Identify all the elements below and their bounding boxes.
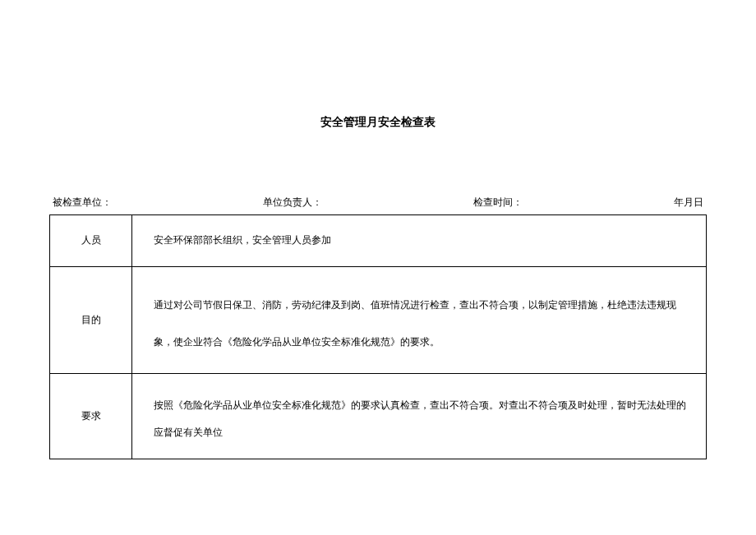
page-title: 安全管理月安全检查表 xyxy=(49,115,707,130)
responsible-label: 单位负责人： xyxy=(263,196,322,210)
row-label-requirement: 要求 xyxy=(50,373,132,459)
table-row: 目的 通过对公司节假日保卫、消防，劳动纪律及到岗、值班情况进行检查，查出不符合项… xyxy=(50,266,707,373)
unit-label: 被检查单位： xyxy=(53,196,112,210)
row-content-requirement: 按照《危险化学品从业单位安全标准化规范》的要求认真检查，查出不符合项。对查出不符… xyxy=(132,373,707,459)
date-label: 年月日 xyxy=(674,196,703,210)
header-line: 被检查单位： 单位负责人： 检查时间： 年月日 xyxy=(49,196,707,210)
table-row: 要求 按照《危险化学品从业单位安全标准化规范》的要求认真检查，查出不符合项。对查… xyxy=(50,373,707,459)
checklist-table: 人员 安全环保部部长组织，安全管理人员参加 目的 通过对公司节假日保卫、消防，劳… xyxy=(49,214,707,459)
table-row: 人员 安全环保部部长组织，安全管理人员参加 xyxy=(50,215,707,267)
document-page: 安全管理月安全检查表 被检查单位： 单位负责人： 检查时间： 年月日 人员 安全… xyxy=(0,0,756,484)
row-label-purpose: 目的 xyxy=(50,266,132,373)
row-label-personnel: 人员 xyxy=(50,215,132,267)
row-content-purpose: 通过对公司节假日保卫、消防，劳动纪律及到岗、值班情况进行检查，查出不符合项，以制… xyxy=(132,266,707,373)
time-label: 检查时间： xyxy=(473,196,523,210)
row-content-personnel: 安全环保部部长组织，安全管理人员参加 xyxy=(132,215,707,267)
